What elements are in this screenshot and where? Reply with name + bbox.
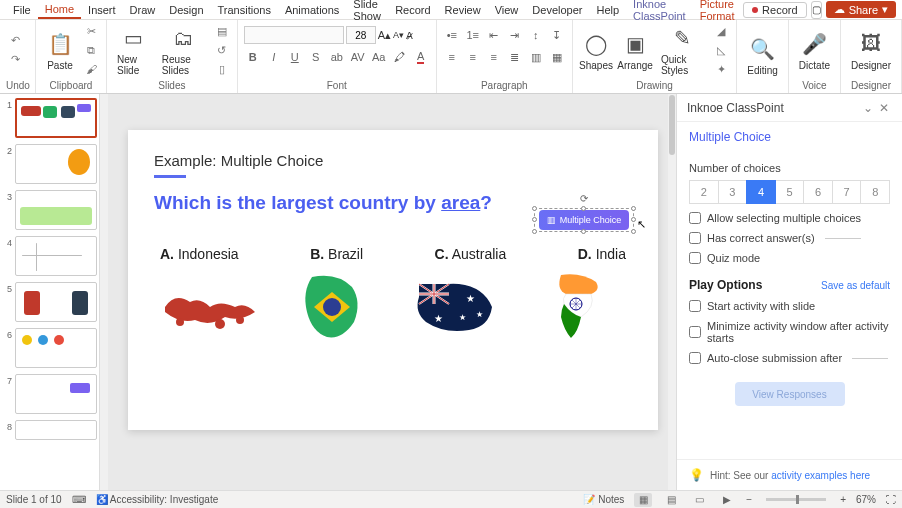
choice-7[interactable]: 7 — [832, 180, 862, 204]
underline-button[interactable]: U — [286, 48, 304, 66]
justify-button[interactable]: ≣ — [506, 48, 524, 66]
thumb-4[interactable] — [15, 236, 97, 276]
shape-effects-button[interactable]: ✦ — [712, 60, 730, 78]
view-responses-button[interactable]: View Responses — [735, 382, 845, 406]
classpoint-object[interactable]: ⟳ ▥ Multiple Choice — [534, 208, 634, 232]
clear-format-button[interactable]: A̷ — [406, 30, 413, 41]
panel-collapse-button[interactable]: ⌄ — [860, 101, 876, 115]
lang-button[interactable]: ⌨ — [72, 494, 86, 505]
zoom-slider[interactable] — [766, 498, 826, 501]
thumb-5[interactable] — [15, 282, 97, 322]
notes-button[interactable]: 📝 Notes — [583, 494, 624, 505]
new-slide-button[interactable]: ▭New Slide — [113, 22, 154, 78]
tab-record[interactable]: Record — [388, 0, 437, 19]
tab-picture-format[interactable]: Picture Format — [693, 0, 743, 19]
copy-button[interactable]: ⧉ — [82, 41, 100, 59]
section-button[interactable]: ▯ — [213, 60, 231, 78]
tab-slideshow[interactable]: Slide Show — [346, 0, 388, 19]
indent-right-button[interactable]: ⇥ — [506, 26, 524, 44]
rotate-handle-icon[interactable]: ⟳ — [580, 193, 588, 204]
scrollbar-left[interactable] — [100, 94, 108, 490]
choice-2[interactable]: 2 — [689, 180, 719, 204]
text-direction-button[interactable]: ↧ — [548, 26, 566, 44]
tab-animations[interactable]: Animations — [278, 0, 346, 19]
shapes-button[interactable]: ◯Shapes — [579, 22, 613, 78]
multiple-choice-button[interactable]: ▥ Multiple Choice — [539, 210, 629, 230]
minimize-window-checkbox[interactable]: Minimize activity window after activity … — [689, 320, 890, 344]
tab-help[interactable]: Help — [589, 0, 626, 19]
has-correct-checkbox[interactable]: Has correct answer(s) — [689, 232, 890, 244]
indent-left-button[interactable]: ⇤ — [485, 26, 503, 44]
dictate-button[interactable]: 🎤Dictate — [795, 22, 834, 78]
columns-button[interactable]: ▥ — [527, 48, 545, 66]
bullets-button[interactable]: •≡ — [443, 26, 461, 44]
thumb-8[interactable] — [15, 420, 97, 440]
shape-fill-button[interactable]: ◢ — [712, 22, 730, 40]
arrange-button[interactable]: ▣Arrange — [617, 22, 653, 78]
undo-button[interactable]: ↶ — [6, 32, 24, 50]
mode-switch-button[interactable]: ▢ — [811, 1, 822, 19]
normal-view-button[interactable]: ▦ — [634, 493, 652, 507]
tab-review[interactable]: Review — [438, 0, 488, 19]
quick-styles-button[interactable]: ✎Quick Styles — [657, 22, 708, 78]
numbering-button[interactable]: 1≡ — [464, 26, 482, 44]
thumb-1[interactable] — [15, 98, 97, 138]
choice-6[interactable]: 6 — [803, 180, 833, 204]
format-painter-button[interactable]: 🖌 — [82, 60, 100, 78]
record-button[interactable]: Record — [743, 2, 806, 18]
zoom-level[interactable]: 67% — [856, 494, 876, 505]
grow-font-button[interactable]: A▴ — [378, 29, 391, 42]
shrink-font-button[interactable]: A▾ — [393, 30, 404, 40]
slide-thumbnails[interactable]: 1 2 3 4 5 6 7 8 — [0, 94, 100, 490]
case-button[interactable]: Aa — [370, 48, 388, 66]
highlight-button[interactable]: 🖍 — [391, 48, 409, 66]
allow-multiple-checkbox[interactable]: Allow selecting multiple choices — [689, 212, 890, 224]
fit-button[interactable]: ⛶ — [886, 494, 896, 505]
align-right-button[interactable]: ≡ — [485, 48, 503, 66]
quiz-mode-checkbox[interactable]: Quiz mode — [689, 252, 890, 264]
start-with-slide-checkbox[interactable]: Start activity with slide — [689, 300, 890, 312]
hint-link[interactable]: activity examples here — [771, 470, 870, 481]
accessibility-button[interactable]: ♿ Accessibility: Investigate — [96, 494, 219, 505]
bold-button[interactable]: B — [244, 48, 262, 66]
align-left-button[interactable]: ≡ — [443, 48, 461, 66]
smartart-button[interactable]: ▦ — [548, 48, 566, 66]
slide-canvas[interactable]: Example: Multiple Choice Which is the la… — [100, 94, 676, 490]
reuse-slides-button[interactable]: 🗂Reuse Slides — [158, 22, 209, 78]
redo-button[interactable]: ↷ — [6, 51, 24, 69]
layout-button[interactable]: ▤ — [213, 22, 231, 40]
thumb-3[interactable] — [15, 190, 97, 230]
choice-3[interactable]: 3 — [718, 180, 748, 204]
italic-button[interactable]: I — [265, 48, 283, 66]
panel-close-button[interactable]: ✕ — [876, 101, 892, 115]
font-size-select[interactable] — [346, 26, 376, 44]
align-center-button[interactable]: ≡ — [464, 48, 482, 66]
shadow-button[interactable]: ab — [328, 48, 346, 66]
font-family-select[interactable] — [244, 26, 344, 44]
auto-close-checkbox[interactable]: Auto-close submission after — [689, 352, 890, 364]
slideshow-view-button[interactable]: ▶ — [718, 493, 736, 507]
font-color-button[interactable]: A — [412, 48, 430, 66]
tab-file[interactable]: File — [6, 0, 38, 19]
tab-home[interactable]: Home — [38, 0, 81, 19]
scrollbar-right[interactable] — [668, 94, 676, 490]
cut-button[interactable]: ✂ — [82, 22, 100, 40]
sorter-view-button[interactable]: ▤ — [662, 493, 680, 507]
choice-4[interactable]: 4 — [746, 180, 776, 204]
reading-view-button[interactable]: ▭ — [690, 493, 708, 507]
save-default-link[interactable]: Save as default — [821, 280, 890, 291]
tab-view[interactable]: View — [488, 0, 526, 19]
line-spacing-button[interactable]: ↕ — [527, 26, 545, 44]
reset-button[interactable]: ↺ — [213, 41, 231, 59]
thumb-7[interactable] — [15, 374, 97, 414]
choice-8[interactable]: 8 — [860, 180, 890, 204]
tab-transitions[interactable]: Transitions — [211, 0, 278, 19]
char-spacing-button[interactable]: AV — [349, 48, 367, 66]
choice-5[interactable]: 5 — [775, 180, 805, 204]
thumb-2[interactable] — [15, 144, 97, 184]
tab-draw[interactable]: Draw — [123, 0, 163, 19]
thumb-6[interactable] — [15, 328, 97, 368]
zoom-in-button[interactable]: + — [840, 494, 846, 505]
shape-outline-button[interactable]: ◺ — [712, 41, 730, 59]
designer-button[interactable]: 🖼Designer — [847, 22, 895, 78]
